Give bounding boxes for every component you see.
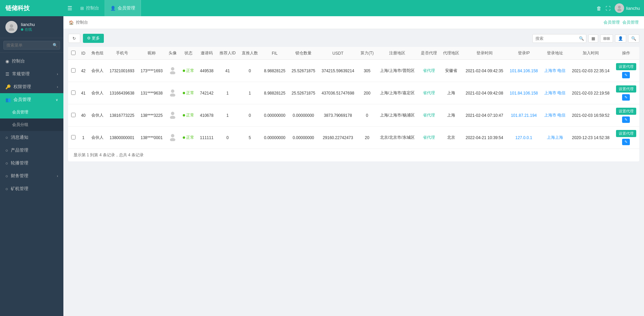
ip-link[interactable]: 101.84.106.158 <box>510 69 538 73</box>
set-agent-button[interactable]: 设置代理 <box>616 108 636 115</box>
agent-link[interactable]: 省代理 <box>423 113 435 117</box>
chevron-right-icon: › <box>57 72 58 76</box>
sidebar-item-miner[interactable]: ○ 矿机管理 <box>0 182 63 195</box>
cell-agent-region: 北京 <box>440 127 462 149</box>
cell-usdt: 437036.51747698 <box>318 82 357 104</box>
cell-role: 会伙人 <box>88 60 107 82</box>
location-link[interactable]: 上海市 电信 <box>544 113 565 117</box>
cell-register-region: 上海/上海市/嘉定区 <box>377 82 418 104</box>
tab-dashboard[interactable]: ⊞ 控制台 <box>75 0 105 16</box>
refresh-button[interactable]: ↻ <box>68 34 80 43</box>
sidebar-item-message[interactable]: ○ 消息通知 <box>0 131 63 144</box>
toolbar: ↻ ⚙ 更多 🔍 ▦ ⊞⊞ 👤 🔍 <box>68 34 639 43</box>
cell-join-time: 2020-12-23 14:52:38 <box>568 127 613 149</box>
topbar-username: lianchu <box>626 6 640 11</box>
hamburger-icon[interactable]: ☰ <box>67 5 72 11</box>
sidebar-item-dashboard[interactable]: ◉ 控制台 <box>0 55 63 68</box>
common-icon: ☰ <box>5 72 9 77</box>
edit-button[interactable]: ✎ <box>622 116 630 123</box>
toolbar-left: ↻ ⚙ 更多 <box>68 34 104 43</box>
col-status: 状态 <box>180 47 197 60</box>
tab-member[interactable]: 👤 会员管理 <box>105 0 141 16</box>
search-button[interactable]: 🔍 <box>628 34 639 43</box>
cell-checkbox <box>68 127 78 149</box>
cell-lock-amount: 0.00000000 <box>289 104 319 127</box>
cell-agent-region: 上海 <box>440 104 462 127</box>
message-icon: ○ <box>5 135 8 140</box>
agent-link[interactable]: 省代理 <box>423 135 435 140</box>
trash-icon[interactable]: 🗑 <box>596 5 602 11</box>
svg-point-7 <box>170 94 175 97</box>
agent-link[interactable]: 省代理 <box>423 90 435 95</box>
cell-avatar <box>166 127 180 149</box>
cell-phone: 13800000001 <box>107 127 138 149</box>
cell-referrer-id: 0 <box>216 127 239 149</box>
col-role: 角色组 <box>88 47 107 60</box>
sidebar-item-member-mgmt[interactable]: 👥 会员管理 ∨ <box>0 93 63 106</box>
row-checkbox[interactable] <box>71 68 76 73</box>
cell-checkbox <box>68 82 78 104</box>
cell-referrer-id: 1 <box>216 104 239 127</box>
cell-login-time: 2022-04-21 10:39:54 <box>462 127 506 149</box>
more-button[interactable]: ⚙ 更多 <box>83 34 104 43</box>
col-login-ip: 登录IP <box>506 47 541 60</box>
cell-register-region: 北京/北京市/东城区 <box>377 127 418 149</box>
cell-invite-code: 111111 <box>197 127 216 149</box>
set-agent-button[interactable]: 设置代理 <box>616 130 636 137</box>
cell-nickname: 173****1693 <box>138 60 166 82</box>
location-link[interactable]: 上海上海 <box>547 135 563 140</box>
cell-login-time: 2021-02-04 09:42:35 <box>462 60 506 82</box>
sidebar-item-product[interactable]: ○ 产品管理 <box>0 144 63 157</box>
col-avatar: 头像 <box>166 47 180 60</box>
view-grid-button[interactable]: ▦ <box>588 34 598 43</box>
cell-direct-count: 0 <box>239 104 261 127</box>
sidebar-item-carousel[interactable]: ○ 轮播管理 <box>0 157 63 169</box>
edit-button[interactable]: ✎ <box>622 139 630 145</box>
sidebar-item-permission[interactable]: 🔑 权限管理 › <box>0 80 63 93</box>
location-link[interactable]: 上海市 电信 <box>544 90 565 95</box>
sidebar-item-member-group[interactable]: 会员分组 <box>0 119 63 131</box>
breadcrumb-right-link2[interactable]: 会员管理 <box>622 20 639 25</box>
ip-link[interactable]: 101.87.21.194 <box>511 113 537 118</box>
cell-invite-code: 449538 <box>197 60 216 82</box>
row-checkbox[interactable] <box>71 113 76 117</box>
col-is-agent: 是否代理 <box>418 47 440 60</box>
location-link[interactable]: 上海市 电信 <box>544 68 565 73</box>
sidebar-item-member-list[interactable]: 会员管理 <box>0 106 63 119</box>
edit-button[interactable]: ✎ <box>622 94 630 101</box>
cell-referrer-id: 1 <box>216 82 239 104</box>
username-label: lianchu <box>21 22 35 27</box>
ip-link[interactable]: 127.0.0.1 <box>516 135 532 140</box>
ip-link[interactable]: 101.84.106.158 <box>510 91 538 96</box>
sidebar-item-common[interactable]: ☰ 常规管理 › <box>0 68 63 80</box>
sidebar-item-finance[interactable]: ○ 财务管理 › <box>0 169 63 182</box>
set-agent-button[interactable]: 设置代理 <box>616 63 636 70</box>
select-all-checkbox[interactable] <box>71 51 76 55</box>
topbar-avatar <box>615 3 624 13</box>
sidebar-nav: ◉ 控制台 ☰ 常规管理 › 🔑 权限管理 › 👥 会员管理 ∨ <box>0 53 63 316</box>
search-menu-input[interactable] <box>3 41 60 50</box>
sidebar-item-label: 权限管理 <box>13 84 31 90</box>
col-checkbox <box>68 47 78 60</box>
cell-lock-amount: 0.00000000 <box>289 127 319 149</box>
search-input[interactable] <box>532 34 586 43</box>
view-columns-button[interactable]: ⊞⊞ <box>600 34 613 43</box>
col-direct-count: 直推人数 <box>239 47 261 60</box>
sidebar: 链储科技 lianchu 在线 🔍 ◉ 控制台 ☰ 常规管理 › <box>0 0 63 316</box>
col-fil: FIL <box>261 47 289 60</box>
svg-point-2 <box>618 6 621 8</box>
avatar <box>5 21 18 33</box>
table-row: 42 会伙人 17321001693 173****1693 正常 449538… <box>68 60 639 82</box>
breadcrumb-right-link1[interactable]: 会员管理 <box>604 20 620 25</box>
cell-is-agent: 省代理 <box>418 60 440 82</box>
sidebar-item-label: 轮播管理 <box>11 160 28 166</box>
edit-button[interactable]: ✎ <box>622 72 630 78</box>
row-checkbox[interactable] <box>71 90 76 95</box>
agent-link[interactable]: 省代理 <box>423 68 435 73</box>
fullscreen-icon[interactable]: ⛶ <box>606 5 611 11</box>
cell-invite-code: 410678 <box>197 104 216 127</box>
topbar-user[interactable]: lianchu <box>615 3 640 13</box>
set-agent-button[interactable]: 设置代理 <box>616 85 636 93</box>
row-checkbox[interactable] <box>71 135 76 139</box>
view-user-button[interactable]: 👤 <box>615 34 626 43</box>
